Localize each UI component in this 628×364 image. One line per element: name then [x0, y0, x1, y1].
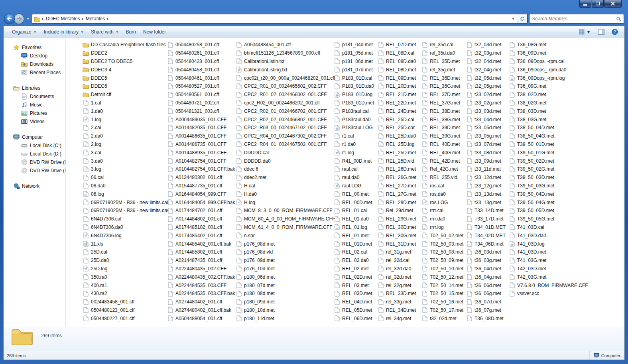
file-item[interactable]: REL_09D.met: [377, 74, 421, 82]
file-item[interactable]: ddec 6: [235, 165, 333, 173]
file-item[interactable]: t36_04g.met: [465, 273, 508, 281]
file-item[interactable]: T02_50_12.met: [421, 273, 465, 281]
file-item[interactable]: p181_04d.met: [333, 41, 377, 49]
file-item[interactable]: 6N4D7306.da0: [82, 223, 166, 232]
file-item[interactable]: REL_37G.met: [421, 99, 465, 107]
file-item[interactable]: t36_04d.met: [465, 265, 508, 273]
sidebar-item-documents[interactable]: Documents: [4, 92, 65, 100]
file-item[interactable]: T39_50_01D.met: [508, 140, 592, 149]
file-item[interactable]: 11.xls: [82, 240, 166, 248]
file-item[interactable]: T02_50_17.met: [421, 306, 465, 315]
file-item[interactable]: 3.cal: [82, 148, 166, 157]
file-item[interactable]: rel_35d.da0: [421, 49, 465, 57]
file-item[interactable]: 06.cal: [82, 173, 166, 182]
sidebar-item-recent-places[interactable]: Recent Places: [4, 68, 65, 77]
file-item[interactable]: 0024483458_001.cff: [82, 298, 166, 306]
file-item[interactable]: REL_29G.met: [377, 215, 421, 223]
folder-item[interactable]: Detroit cff: [82, 91, 166, 99]
file-item[interactable]: P183_01D.da0: [333, 82, 377, 91]
sidebar-item-downloads[interactable]: Downloads: [4, 60, 65, 68]
file-item[interactable]: A0014486735_001.CFF: [166, 140, 235, 149]
file-item[interactable]: rel_31g.met: [377, 248, 421, 256]
organize-button[interactable]: Organize▼: [8, 27, 40, 37]
file-item[interactable]: r1.da0: [333, 140, 377, 149]
file-item[interactable]: rel_33g.met: [377, 298, 421, 306]
file-item[interactable]: P183_01D.cal: [333, 74, 377, 82]
file-item[interactable]: 3.da0: [82, 157, 166, 165]
file-item[interactable]: T34_01D.MET: [465, 223, 508, 232]
file-item[interactable]: A0504488454_001.cff: [235, 41, 333, 49]
file-item[interactable]: A0274480402_001.cff.bak: [166, 306, 235, 315]
close-button[interactable]: [604, 0, 622, 8]
folder-item[interactable]: DD Cascadia Freightliner flash files: [82, 41, 166, 49]
file-item[interactable]: A0104482754_001.CFF: [166, 157, 235, 165]
file-item[interactable]: P183_01D.met: [333, 99, 377, 107]
file-item[interactable]: REL_39G.met: [421, 132, 465, 140]
file-item[interactable]: T41_03D.cal: [508, 223, 592, 232]
file-item[interactable]: A0174485402_001.cff.bak: [166, 240, 235, 248]
file-item[interactable]: 1.cal: [82, 99, 166, 107]
file-item[interactable]: T02_50_08.met: [421, 248, 465, 256]
file-item[interactable]: A0224484535_003.CFF: [166, 281, 235, 289]
file-item[interactable]: 25D.cal: [82, 248, 166, 256]
file-item[interactable]: REL_03.met: [333, 281, 377, 289]
file-item[interactable]: A0174485102_001.cff: [166, 223, 235, 232]
file-item[interactable]: REL_39D.met: [421, 124, 465, 132]
file-item[interactable]: raul.cal: [333, 165, 377, 173]
file-item[interactable]: t33_03d.met: [465, 107, 508, 115]
file-item[interactable]: t33_02g.met: [465, 99, 508, 107]
file-item[interactable]: p176_08d.met: [235, 240, 333, 248]
file-item[interactable]: t32_03g.met: [465, 49, 508, 57]
file-item[interactable]: REL_31D.met: [377, 240, 421, 248]
file-item[interactable]: 0504480561_001.cff: [166, 91, 235, 99]
file-item[interactable]: REL_08D.cal: [377, 49, 421, 57]
file-item[interactable]: t32_05d.met: [465, 74, 508, 82]
file-item[interactable]: vssver.scc: [508, 289, 592, 298]
file-item[interactable]: T39_50_05G.met: [508, 215, 592, 223]
file-item[interactable]: T39_50_05D.met: [508, 207, 592, 215]
file-item[interactable]: T38_02D.met: [508, 91, 592, 99]
file-item[interactable]: 0504480258_001.cff: [166, 41, 235, 49]
folder-item[interactable]: DDEC2 TO DDEC5: [82, 57, 166, 66]
file-item[interactable]: t32_05g.met: [465, 82, 508, 91]
file-item[interactable]: cpc02t_r20_00_000a_0024468202_001.cff: [235, 74, 333, 82]
file-item[interactable]: REL_05D.met: [333, 306, 377, 315]
file-item[interactable]: A0174485402_001.cff: [166, 231, 235, 240]
file-item[interactable]: REL_06D.met: [333, 314, 377, 323]
file-item[interactable]: A0224480435_002.CFF: [166, 265, 235, 273]
file-item[interactable]: 350.ra0: [82, 273, 166, 281]
file-item[interactable]: T38_50_04D.met: [508, 124, 592, 132]
folder-item[interactable]: DDEC2: [82, 49, 166, 57]
file-item[interactable]: 06R0719025M - R36 - new limits.da0: [82, 207, 166, 215]
file-item[interactable]: t33_12g.met: [465, 182, 508, 190]
file-item[interactable]: rrrr.cal: [421, 207, 465, 215]
file-item[interactable]: t33_12d.met: [465, 173, 508, 182]
file-item[interactable]: T02_50_15.met: [421, 289, 465, 298]
file-item[interactable]: T36_09Dops_-rpm.log: [508, 74, 592, 82]
file-item[interactable]: T02_50_03.met: [421, 240, 465, 248]
file-item[interactable]: REL_02.da0: [333, 256, 377, 265]
file-item[interactable]: rrrr.log: [421, 223, 465, 232]
file-item[interactable]: REL_24D.met: [377, 107, 421, 115]
file-item[interactable]: 0504480458_001.cff: [166, 65, 235, 74]
change-view-button[interactable]: ▼: [577, 28, 593, 36]
file-item[interactable]: 0504480721_002.cff: [166, 99, 235, 107]
file-item[interactable]: REL_25D.log: [377, 140, 421, 149]
file-item[interactable]: REL_25D.da0: [377, 132, 421, 140]
file-item[interactable]: T42_03G.met: [508, 273, 592, 281]
file-item[interactable]: P183raul.cal: [333, 107, 377, 115]
file-item[interactable]: REL_01D.met: [333, 240, 377, 248]
file-item[interactable]: T38_02G.met: [508, 99, 592, 107]
file-item[interactable]: p180_10d.met: [235, 306, 333, 315]
chevron-right-icon[interactable]: ▸: [82, 17, 84, 21]
file-item[interactable]: DDDDD.cal: [235, 148, 333, 157]
file-item[interactable]: REL_26G.met: [377, 173, 421, 182]
file-item[interactable]: REL_25D.cal: [377, 115, 421, 124]
file-item[interactable]: 0504480527_001.cff: [166, 82, 235, 91]
file-item[interactable]: CPC2_R02_02_0024466802_001.CFF: [235, 115, 333, 124]
file-item[interactable]: 430.ra2: [82, 289, 166, 298]
file-item[interactable]: 06R0719025M - R36 - new limits.cal: [82, 198, 166, 207]
file-item[interactable]: T39_50_01G.met: [508, 148, 592, 157]
file-item[interactable]: 0504480123_001.cff: [82, 306, 166, 315]
file-item[interactable]: T36_09D.met: [508, 49, 592, 57]
